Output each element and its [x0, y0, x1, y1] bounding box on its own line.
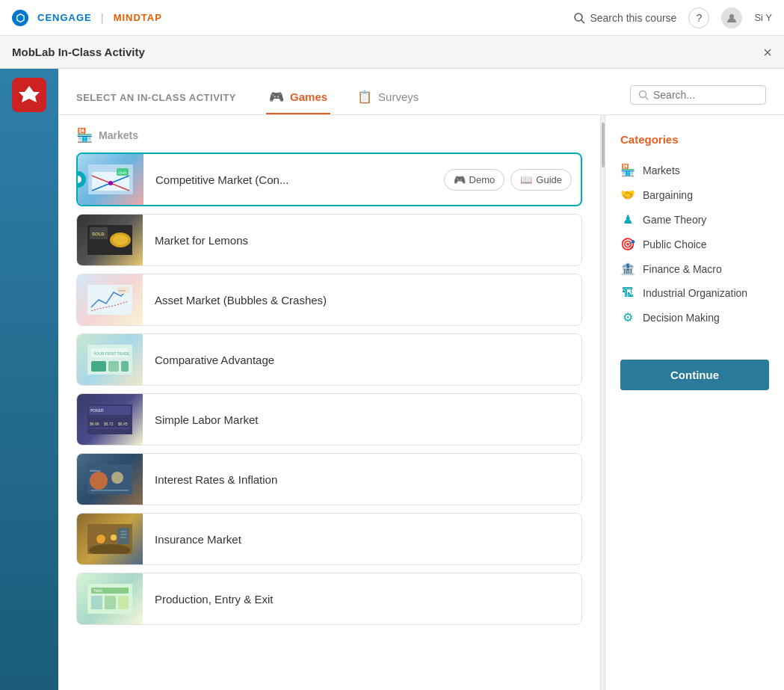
thumb-labor: POKER $6.99 $6.72 $6.45 [77, 394, 143, 445]
activity-name-comparative: Comparative Advantage [143, 354, 581, 366]
category-markets-label: Markets [643, 164, 680, 176]
svg-point-36 [111, 472, 123, 484]
continue-button-wrap: Continue [620, 330, 769, 390]
category-bargaining-label: Bargaining [643, 189, 693, 201]
svg-point-41 [96, 535, 105, 543]
items-list: 🏪 Markets [58, 115, 600, 690]
category-finance-macro[interactable]: 🏦 Finance & Macro [620, 256, 769, 281]
thumb-asset-market: crash [77, 274, 143, 325]
scrollbar[interactable] [600, 115, 605, 690]
demo-button-competitive[interactable]: 🎮 Demo [444, 169, 505, 191]
tab-games-label: Games [290, 90, 327, 103]
svg-line-5 [646, 96, 649, 99]
section-label-text: Markets [99, 129, 138, 141]
activity-item-production[interactable]: Table Production, Entry & Exit [76, 573, 582, 625]
activity-item-competitive-market[interactable]: chart Competitive Market (Con... 🎮 Demo … [76, 153, 582, 206]
svg-text:crash: crash [118, 289, 126, 292]
mindtap-label: MINDTAP [114, 12, 162, 23]
help-button[interactable]: ? [688, 7, 709, 28]
insurance-thumb-svg [87, 524, 132, 554]
activity-item-comparative-advantage[interactable]: YOUR FIRST TRADE Comparative Advantage [76, 333, 582, 386]
category-game-theory[interactable]: ♟ Game Theory [620, 207, 769, 232]
svg-point-35 [90, 472, 108, 490]
modal-bar: MobLab In-Class Activity × [0, 36, 784, 69]
activity-name-labor: Simple Labor Market [143, 413, 581, 426]
guide-button-competitive[interactable]: 📖 Guide [510, 169, 572, 191]
thumb-production: Table [77, 573, 143, 624]
activity-item-simple-labor[interactable]: POKER $6.99 $6.72 $6.45 Simple Labor Mar… [76, 393, 582, 446]
modal-title: MobLab In-Class Activity [12, 46, 145, 58]
modal-close-button[interactable]: × [763, 45, 772, 60]
logo: CENGAGE | MINDTAP [12, 10, 162, 26]
category-public-choice[interactable]: 🎯 Public Choice [620, 232, 769, 256]
surveys-icon: 📋 [357, 90, 372, 104]
games-icon: 🎮 [269, 90, 284, 104]
search-bar-icon [638, 90, 649, 100]
activity-item-market-lemons[interactable]: SOLD Market for Lemons [76, 214, 582, 266]
finance-macro-cat-icon: 🏦 [620, 262, 635, 276]
lemons-thumb-svg: SOLD [87, 225, 132, 255]
markets-cat-icon: 🏪 [620, 163, 635, 177]
selected-dot [76, 176, 81, 183]
category-bargaining[interactable]: 🤝 Bargaining [620, 182, 769, 207]
items-and-sidebar: 🏪 Markets [58, 115, 784, 690]
category-public-choice-label: Public Choice [643, 238, 707, 250]
production-thumb-svg: Table [87, 584, 132, 614]
game-theory-cat-icon: ♟ [620, 212, 635, 227]
comparative-thumb-svg: YOUR FIRST TRADE [87, 345, 132, 375]
top-nav-right: Search this course ? Si Y [573, 7, 772, 28]
thumb-insurance [77, 514, 143, 564]
activity-name-interest: Interest Rates & Inflation [143, 473, 581, 486]
svg-text:SOLD: SOLD [92, 232, 105, 236]
user-avatar[interactable] [721, 7, 742, 28]
svg-rect-26 [121, 361, 129, 372]
activity-name-asset: Asset Market (Bubbles & Crashes) [143, 294, 581, 307]
left-sidebar [0, 69, 58, 690]
svg-rect-24 [91, 361, 106, 372]
thumb-comparative: YOUR FIRST TRADE [77, 334, 143, 385]
guide-icon: 📖 [520, 174, 532, 185]
activity-item-insurance[interactable]: Insurance Market [76, 513, 582, 565]
continue-button[interactable]: Continue [620, 360, 769, 390]
content-area: SELECT AN IN-CLASS ACTIVITY 🎮 Games 📋 Su… [58, 69, 784, 690]
thumb-interest: Inflation [77, 454, 143, 505]
svg-point-17 [113, 235, 128, 245]
cengage-label: CENGAGE [37, 12, 92, 23]
search-bar-wrap [630, 85, 766, 111]
category-game-theory-label: Game Theory [643, 214, 706, 226]
interest-thumb-svg: Inflation [87, 464, 132, 494]
search-icon [573, 12, 585, 24]
search-input[interactable] [653, 89, 758, 101]
activity-name-insurance: Insurance Market [143, 533, 581, 546]
industrial-org-cat-icon: 🏗 [620, 286, 635, 300]
category-industrial-org[interactable]: 🏗 Industrial Organization [620, 281, 769, 305]
scroll-thumb [602, 123, 605, 167]
thumb-competitive-market: chart [78, 154, 143, 205]
moblab-logo-icon [17, 83, 41, 107]
demo-icon: 🎮 [454, 174, 466, 185]
decision-making-cat-icon: ⚙ [620, 310, 635, 324]
asset-thumb-svg: crash [87, 285, 132, 315]
tab-surveys-label: Surveys [378, 90, 419, 103]
activity-item-interest-rates[interactable]: Inflation Interest Rates & Inflation [76, 453, 582, 505]
competitive-thumb-svg: chart [88, 164, 133, 194]
svg-text:$6.99: $6.99 [90, 422, 99, 426]
svg-rect-43 [117, 528, 129, 544]
modal-body: SELECT AN IN-CLASS ACTIVITY 🎮 Games 📋 Su… [0, 69, 784, 690]
section-markets-label: 🏪 Markets [76, 127, 582, 144]
logo-dots [12, 10, 28, 26]
svg-rect-52 [118, 596, 129, 609]
svg-text:Table: Table [93, 588, 102, 593]
activity-item-asset-market[interactable]: crash Asset Market (Bubbles & Crashes) [76, 274, 582, 326]
search-course-button[interactable]: Search this course [573, 12, 676, 24]
activity-name-competitive: Competitive Market (Con... [143, 173, 444, 186]
content-header: SELECT AN IN-CLASS ACTIVITY 🎮 Games 📋 Su… [58, 69, 784, 115]
activity-name-production: Production, Entry & Exit [143, 593, 581, 606]
tab-games[interactable]: 🎮 Games [266, 81, 330, 114]
category-markets[interactable]: 🏪 Markets [620, 158, 769, 182]
tab-surveys[interactable]: 📋 Surveys [354, 81, 422, 114]
svg-rect-50 [91, 596, 102, 609]
category-decision-making[interactable]: ⚙ Decision Making [620, 305, 769, 330]
category-finance-macro-label: Finance & Macro [643, 263, 722, 275]
user-icon [726, 12, 738, 24]
